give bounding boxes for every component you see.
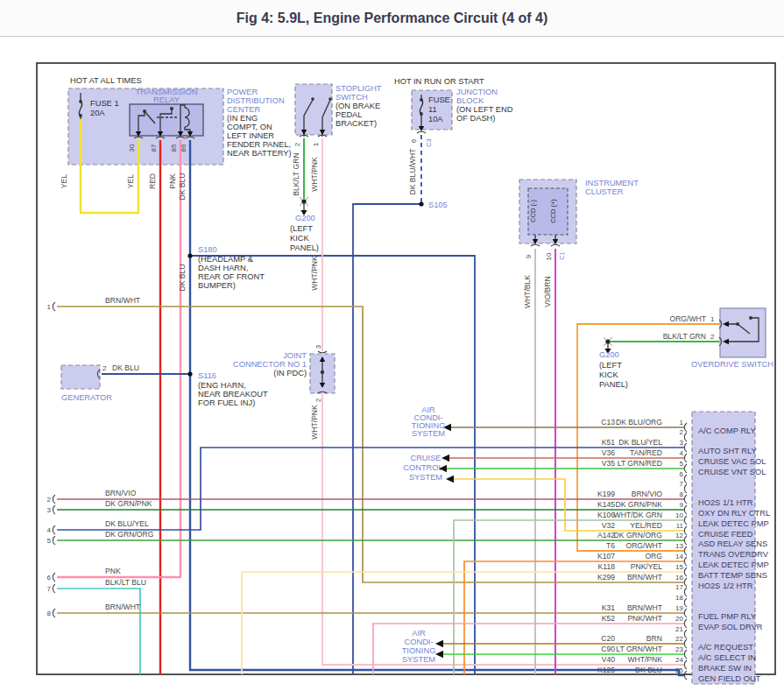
cluster-name: INSTRUMENT [585,179,639,187]
generator-pin-number: 2 [102,364,107,372]
right-row-color: BRN/WHT [627,573,663,582]
splice-location: FOR FUEL INJ) [198,398,255,407]
wire-label-wht-pnk: WHT/PNK [310,405,319,440]
junction-name: JUNCTION [456,88,498,96]
joint-connector-name: JOINT [283,351,307,360]
stoplight-location: (ON BRAKE [335,102,380,110]
right-row-color: BRN [646,634,662,643]
device-label: AUTO SHT RLY [698,447,757,455]
junction-location: OF DASH) [456,114,495,123]
junction-connector-id: C3 [425,138,433,147]
fuse-1-label: FUSE 1 [90,99,119,108]
hot-in-run-or-start-label: HOT IN RUN OR START [394,77,484,86]
left-wire-label: BLK/LT BLU [105,578,146,587]
cruise-system-label: CRUISE [410,454,441,462]
right-row-code: V35 [602,459,616,468]
right-row-pin: 15 [675,563,683,571]
wire-label-yel: YEL [60,174,68,188]
right-row-color: BRN/VIO [632,490,663,498]
wire-label-dk-blu: DK BLU [178,173,187,200]
right-row-color: DK GRN/PNK [616,500,663,509]
device-label: OXY DN RLY CTRL [698,509,770,518]
wire-label-wht-blk: WHT/BLK [523,275,532,308]
right-row-color: BRN/WHT [627,603,663,612]
switch-dot [311,97,314,101]
cruise-system-label: CONTROL [403,463,442,472]
relay-pin-number: 86 [180,144,187,152]
device-label: A/C REQUEST [698,643,753,652]
device-label: FUEL PMP RLY [698,612,756,621]
right-row-color: LT GRN/RED [618,459,662,468]
cluster-pin-number: 9 [525,254,533,258]
device-label: ASD RELAY SENS [698,539,767,548]
right-row-pin: 8 [680,490,684,498]
ground-g200-left-dot [301,199,306,203]
joint-pin-number: 2 [314,398,322,402]
right-row-pin: 6 [680,470,684,478]
splice-s116-label: S116 [198,371,216,380]
left-wire-label: PNK [105,567,121,575]
right-row-pin: 1 [680,419,684,427]
splice-s105-label: S105 [428,201,448,209]
device-label: HO2S 1/2 HTR [698,582,753,590]
cluster-ccd-plus: CCD (+) [549,199,557,223]
right-row-pin: 24 [675,656,683,664]
junction-name: BLOCK [456,96,484,105]
splice-location: (ENG HARN, [198,381,246,390]
switch-dot [328,97,332,101]
cruise-system-label: SYSTEM [409,473,442,482]
fuse-11-label: FUSE [428,95,450,104]
joint-connector-dot [321,370,324,374]
joint-connector-name: CONNECTOR NO 1 [233,360,307,369]
left-pin-number: 8 [47,610,52,617]
relay-pin-number: 85 [170,144,178,152]
pdc-name: DISTRIBUTION [227,96,285,105]
left-pin-number: 6 [47,574,52,582]
right-row-color: WHT/DK GRN [614,511,662,519]
ac-system-bottom-label: TIONING [402,646,436,655]
fuse-11-dot [420,98,423,102]
wire-label-vio-brn: VIO/BRN [543,276,552,307]
device-label: GEN FIELD OUT [698,674,761,683]
right-row-code: K52 [602,614,616,623]
ground-location: KICK [290,234,309,243]
right-row-pin: 9 [680,501,684,509]
right-row-code: K125 [597,666,615,674]
splice-s180 [187,253,192,257]
pdc-location: COMPT, ON [227,123,272,131]
right-row-code: K199 [597,490,615,498]
right-row-pin: 21 [675,625,683,633]
right-row-code: C13 [601,418,615,427]
right-row-color: DK BLU/YEL [618,438,662,447]
pdc-location: FENDER PANEL, [227,140,291,149]
ground-location: PANEL) [290,243,319,252]
left-wire-label: BRN/WHT [105,603,141,611]
stoplight-location: PEDAL [335,110,363,119]
device-label: LEAK DETEC PMP [698,519,769,528]
right-row-pin: 2 [680,428,684,436]
splice-location: REAR OF FRONT [198,272,265,281]
pdc-name: POWER [227,88,258,96]
left-pin-number: 3 [47,506,52,514]
right-row-pin: 12 [675,532,683,539]
junction-location: (ON LEFT END [456,105,513,114]
wire-label-dk-blu: DK BLU [178,264,187,291]
device-label: BRAKE SW IN [698,664,752,673]
overdrive-pin-number: 1 [710,315,715,323]
ground-location: PANEL) [599,380,628,389]
stoplight-name: STOPLIGHT [335,84,382,93]
right-row-color: PNK/WHT [627,614,662,623]
wire-label-dk-blu-wht: DK BLU/WHT [408,148,417,195]
ground-location: (LEFT [290,224,313,233]
wire-label-yel: YEL [126,174,135,188]
pdc-location: NEAR BATTERY) [227,149,292,158]
left-pin-number: 5 [47,537,52,545]
overdrive-switch-label: OVERDRIVE SWITCH [691,360,773,369]
fuse-11-dot [420,112,423,116]
fuse-11-number: 11 [428,105,437,114]
right-row-code: A142 [597,531,615,539]
right-row-color: YEL/RED [630,521,662,530]
right-row-code: C20 [601,634,615,643]
stoplight-pin-number: 1 [312,142,320,146]
right-row-pin: 17 [675,583,683,591]
